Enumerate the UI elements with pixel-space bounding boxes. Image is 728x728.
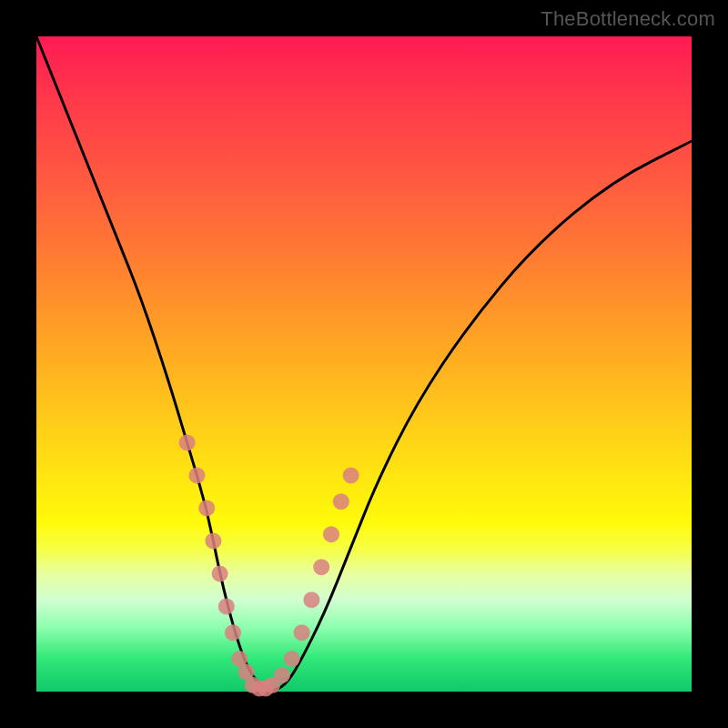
marker-dot	[333, 493, 349, 510]
marker-dot	[225, 624, 241, 641]
marker-dot	[343, 467, 359, 483]
bottleneck-curve	[36, 36, 692, 690]
marker-dot	[284, 651, 300, 667]
marker-dot	[198, 500, 215, 516]
plot-area	[36, 36, 692, 692]
chart-frame: TheBottleneck.com	[0, 0, 728, 728]
chart-svg	[36, 36, 692, 692]
marker-dot	[212, 565, 228, 581]
marker-dot	[179, 434, 196, 450]
curve-layer	[36, 36, 692, 690]
marker-dot	[188, 467, 205, 483]
marker-dot	[205, 532, 221, 549]
marker-dot	[303, 592, 319, 608]
marker-dot	[313, 559, 329, 575]
marker-dot	[274, 667, 290, 683]
marker-dot	[294, 624, 310, 641]
watermark-label: TheBottleneck.com	[541, 7, 715, 31]
markers-layer	[179, 434, 359, 696]
marker-dot	[323, 526, 339, 542]
marker-dot	[218, 598, 235, 614]
